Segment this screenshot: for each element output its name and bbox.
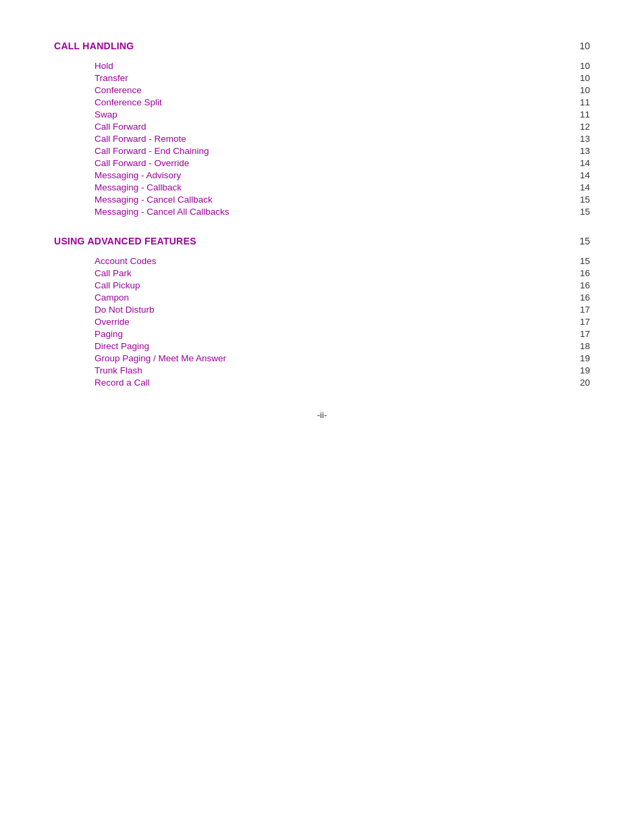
toc-entry-page: 15: [580, 256, 590, 266]
toc-entry-page: 16: [580, 268, 590, 278]
toc-entry[interactable]: Call Pickup16: [95, 280, 590, 290]
toc-entry-page: 17: [580, 305, 590, 315]
page-footer: -ii-: [0, 410, 644, 420]
toc-entry[interactable]: Swap11: [95, 109, 590, 120]
toc-entry[interactable]: Campon16: [95, 292, 590, 303]
toc-entry-page: 19: [580, 365, 590, 375]
toc-entry-label: Do Not Disturb: [95, 305, 155, 315]
toc-entry[interactable]: Conference Split11: [95, 97, 590, 107]
toc-entries-using-advanced-features: Account Codes15Call Park16Call Pickup16C…: [95, 256, 590, 388]
toc-entry[interactable]: Group Paging / Meet Me Answer19: [95, 353, 590, 363]
toc-entry-label: Messaging - Callback: [95, 182, 182, 192]
toc-entry-label: Messaging - Advisory: [95, 170, 181, 180]
toc-entry-label: Direct Paging: [95, 341, 149, 351]
toc-entry-label: Messaging - Cancel All Callbacks: [95, 207, 230, 217]
toc-entry-page: 15: [580, 207, 590, 217]
toc-entry-page: 17: [580, 329, 590, 339]
toc-entry[interactable]: Call Forward - Override14: [95, 158, 590, 168]
toc-entry-page: 20: [580, 377, 590, 388]
toc-entry[interactable]: Call Forward - End Chaining13: [95, 146, 590, 156]
toc-entry-page: 14: [580, 170, 590, 180]
toc-entry-page: 13: [580, 146, 590, 156]
toc-entry-page: 18: [580, 341, 590, 351]
toc-entry[interactable]: Account Codes15: [95, 256, 590, 266]
toc-entry-label: Messaging - Cancel Callback: [95, 194, 213, 205]
toc-entry-label: Call Forward: [95, 122, 146, 132]
section-page-using-advanced-features: 15: [579, 236, 590, 246]
toc-entry-label: Paging: [95, 329, 123, 339]
toc-entry-label: Override: [95, 317, 130, 327]
toc-entry-label: Conference Split: [95, 97, 162, 107]
toc-entry[interactable]: Do Not Disturb17: [95, 305, 590, 315]
toc-entry-page: 17: [580, 317, 590, 327]
toc-entry-label: Call Forward - Remote: [95, 134, 186, 144]
section-title-using-advanced-features[interactable]: USING ADVANCED FEATURES: [54, 236, 196, 246]
toc-entry-label: Transfer: [95, 73, 128, 83]
toc-section-using-advanced-features: USING ADVANCED FEATURES15Account Codes15…: [54, 236, 590, 388]
toc-entry-label: Trunk Flash: [95, 365, 142, 375]
toc-entry-label: Call Forward - End Chaining: [95, 146, 209, 156]
toc-entry[interactable]: Call Park16: [95, 268, 590, 278]
toc-entry-label: Conference: [95, 85, 142, 95]
toc-entry[interactable]: Paging17: [95, 329, 590, 339]
toc-entry-page: 13: [580, 134, 590, 144]
footer-text: -ii-: [317, 410, 327, 420]
toc-entry[interactable]: Override17: [95, 317, 590, 327]
toc-entry-page: 14: [580, 158, 590, 168]
toc-entry-label: Call Pickup: [95, 280, 140, 290]
toc-entry[interactable]: Messaging - Cancel Callback15: [95, 194, 590, 205]
toc-entry-page: 11: [580, 97, 590, 107]
toc-entry-page: 19: [580, 353, 590, 363]
toc-entry-label: Swap: [95, 109, 117, 120]
section-header-using-advanced-features: USING ADVANCED FEATURES15: [54, 236, 590, 246]
toc-entry-page: 10: [580, 73, 590, 83]
toc-entry[interactable]: Hold10: [95, 61, 590, 71]
toc-entry-page: 14: [580, 182, 590, 192]
toc-entry[interactable]: Messaging - Cancel All Callbacks15: [95, 207, 590, 217]
toc-entry-page: 15: [580, 194, 590, 205]
toc-entry[interactable]: Trunk Flash19: [95, 365, 590, 375]
toc-entry-page: 16: [580, 292, 590, 303]
section-header-call-handling: CALL HANDLING10: [54, 41, 590, 51]
toc-entry[interactable]: Messaging - Callback14: [95, 182, 590, 192]
toc-entry-page: 16: [580, 280, 590, 290]
toc-entry[interactable]: Direct Paging18: [95, 341, 590, 351]
toc-entry[interactable]: Call Forward - Remote13: [95, 134, 590, 144]
toc-entry-label: Hold: [95, 61, 113, 71]
toc-entry[interactable]: Conference10: [95, 85, 590, 95]
toc-entry-label: Campon: [95, 292, 129, 303]
toc-entry-page: 10: [580, 61, 590, 71]
toc-entry-label: Call Park: [95, 268, 132, 278]
toc-entry[interactable]: Transfer10: [95, 73, 590, 83]
section-title-call-handling[interactable]: CALL HANDLING: [54, 41, 134, 51]
page: CALL HANDLING10Hold10Transfer10Conferenc…: [0, 0, 644, 447]
toc-entry-label: Group Paging / Meet Me Answer: [95, 353, 226, 363]
section-page-call-handling: 10: [579, 41, 590, 51]
toc-entry-label: Record a Call: [95, 377, 150, 388]
toc-entry-label: Call Forward - Override: [95, 158, 189, 168]
toc-entry-page: 10: [580, 85, 590, 95]
toc-entry-label: Account Codes: [95, 256, 157, 266]
toc-entry[interactable]: Record a Call20: [95, 377, 590, 388]
toc-entry[interactable]: Call Forward12: [95, 122, 590, 132]
toc-section-call-handling: CALL HANDLING10Hold10Transfer10Conferenc…: [54, 41, 590, 217]
toc-entries-call-handling: Hold10Transfer10Conference10Conference S…: [95, 61, 590, 217]
toc-entry-page: 12: [580, 122, 590, 132]
toc-entry[interactable]: Messaging - Advisory14: [95, 170, 590, 180]
toc-entry-page: 11: [580, 109, 590, 120]
